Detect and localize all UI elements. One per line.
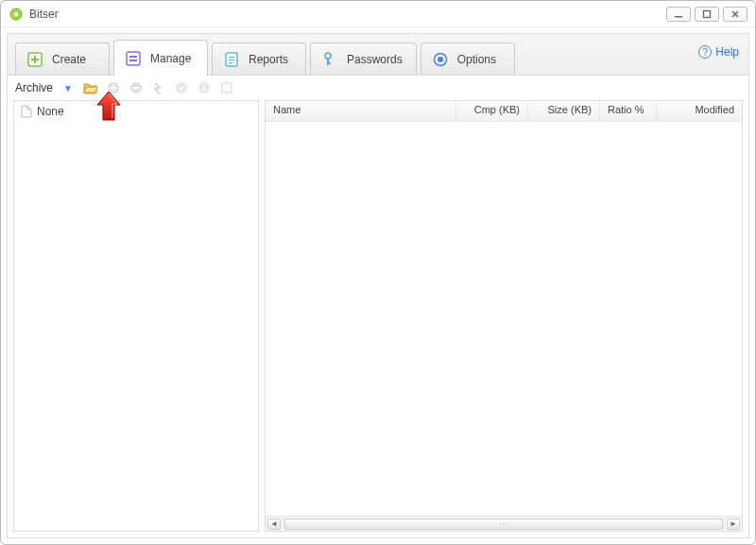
- tab-options[interactable]: Options: [421, 43, 515, 75]
- tab-label: Options: [457, 53, 496, 66]
- tree-item-label: None: [37, 105, 64, 118]
- scroll-left-button[interactable]: ◄: [267, 519, 281, 530]
- col-modified[interactable]: Modified: [657, 101, 742, 121]
- tab-reports[interactable]: Reports: [212, 43, 306, 75]
- extract-icon: [152, 81, 165, 94]
- archive-tree[interactable]: None: [13, 100, 259, 532]
- tab-label: Create: [52, 53, 86, 66]
- add-icon: [107, 81, 120, 94]
- help-label: Help: [715, 45, 739, 59]
- svg-rect-19: [133, 87, 140, 89]
- remove-button[interactable]: [127, 78, 146, 97]
- titlebar: Bitser: [1, 1, 755, 27]
- info-icon: [198, 81, 211, 94]
- svg-rect-22: [203, 87, 205, 91]
- col-cmp[interactable]: Cmp (KB): [456, 101, 528, 121]
- list-body[interactable]: [266, 122, 742, 516]
- open-folder-icon: [83, 81, 98, 94]
- svg-rect-9: [229, 57, 234, 58]
- maximize-button[interactable]: [695, 7, 719, 22]
- scroll-track[interactable]: ∙∙∙: [283, 519, 725, 530]
- tab-label: Passwords: [347, 53, 403, 66]
- plus-square-icon: [26, 50, 44, 69]
- col-ratio[interactable]: Ratio %: [600, 101, 657, 121]
- tree-item[interactable]: None: [16, 103, 256, 120]
- col-name[interactable]: Name: [266, 101, 456, 121]
- svg-rect-23: [203, 85, 205, 87]
- col-size[interactable]: Size (KB): [528, 101, 600, 121]
- list-header: Name Cmp (KB) Size (KB) Ratio % Modified: [266, 101, 742, 122]
- tab-label: Manage: [150, 52, 191, 65]
- archive-label: Archive: [15, 81, 53, 94]
- tab-passwords[interactable]: Passwords: [310, 43, 417, 75]
- close-button[interactable]: [723, 7, 747, 22]
- file-list: Name Cmp (KB) Size (KB) Ratio % Modified…: [265, 100, 743, 532]
- key-icon: [320, 50, 339, 69]
- tab-create[interactable]: Create: [15, 43, 110, 75]
- app-title: Bitser: [29, 8, 59, 21]
- tab-manage[interactable]: Manage: [113, 40, 208, 76]
- scroll-thumb[interactable]: ∙∙∙: [284, 519, 723, 530]
- svg-rect-24: [222, 83, 232, 93]
- open-archive-button[interactable]: [81, 78, 100, 97]
- svg-rect-7: [129, 60, 137, 61]
- extract-button[interactable]: [149, 78, 168, 97]
- tab-label: Reports: [249, 53, 288, 66]
- target-icon: [431, 50, 450, 69]
- info-button[interactable]: [195, 78, 214, 97]
- test-button[interactable]: [172, 78, 191, 97]
- svg-rect-6: [129, 56, 137, 58]
- help-link[interactable]: ? Help: [698, 45, 739, 59]
- svg-rect-10: [229, 60, 234, 60]
- content-inner: Create Manage: [7, 33, 749, 538]
- tabs-row: Create Manage: [8, 34, 748, 76]
- minimize-button[interactable]: [666, 7, 691, 22]
- blank-file-icon: [20, 105, 33, 118]
- archive-dropdown-button[interactable]: ▼: [59, 78, 77, 97]
- svg-rect-14: [327, 62, 331, 64]
- dropdown-arrow-icon: ▼: [63, 83, 73, 94]
- svg-rect-13: [327, 58, 329, 65]
- content-outer: Create Manage: [1, 27, 755, 544]
- view-button[interactable]: [217, 78, 236, 97]
- remove-icon: [129, 81, 143, 94]
- archive-icon: [124, 49, 143, 68]
- svg-rect-3: [704, 10, 711, 17]
- svg-rect-5: [127, 52, 140, 65]
- scroll-right-button[interactable]: ►: [727, 519, 740, 530]
- svg-point-16: [438, 57, 443, 62]
- svg-rect-2: [675, 16, 682, 18]
- manage-toolbar: Archive ▼: [8, 76, 748, 100]
- test-icon: [175, 81, 188, 94]
- document-icon: [222, 50, 241, 69]
- add-button[interactable]: [104, 78, 123, 97]
- help-icon: ?: [698, 45, 712, 59]
- app-icon: [9, 7, 24, 22]
- view-icon: [220, 81, 233, 94]
- svg-rect-11: [229, 62, 232, 63]
- svg-point-1: [14, 11, 18, 15]
- horizontal-scrollbar[interactable]: ◄ ∙∙∙ ►: [266, 516, 742, 531]
- body-split: None Name Cmp (KB) Size (KB) Ratio % Mod…: [8, 100, 748, 537]
- app-window: Bitser Create: [0, 0, 756, 545]
